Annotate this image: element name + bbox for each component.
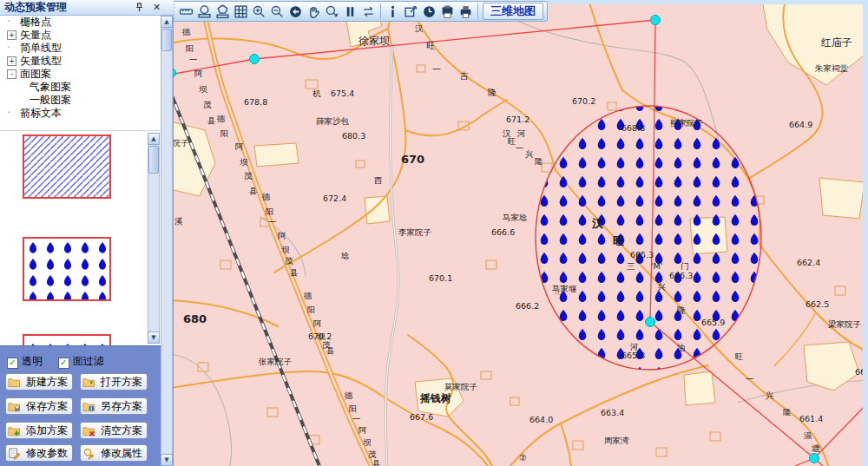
map-label: 莫家院子 [444,382,477,391]
map-label: 664.9 [789,120,812,129]
pan-hand-icon[interactable] [305,3,323,20]
map-label: 672.4 [323,194,346,203]
clear-plan-button[interactable]: 清空方案 [80,422,148,439]
previous-view-icon[interactable] [286,3,305,20]
map-label: 一 [432,64,441,74]
map-label: 一 [352,414,361,423]
face-filter-checkbox[interactable]: ✓ [58,358,69,369]
plan-management-panel: 动态预案管理 ✕ ·栅格点 +矢量点 ·简单线型 +矢量线型 -面图案 气象图案… [0,0,174,466]
measure-distance-icon[interactable] [177,3,195,20]
map-label: 680.3 [342,131,365,141]
map-label: 油 [677,343,686,352]
map-label: 县 [326,345,335,355]
export-icon[interactable] [402,3,420,20]
map-label: 马家堰 [552,284,577,293]
zoom-select-icon[interactable] [323,3,341,20]
add-plan-button[interactable]: 添加方案 [5,422,73,439]
map-label: 塘 [811,443,820,453]
new-plan-button[interactable]: 新建方案 [5,373,73,391]
zoom-out-icon[interactable] [268,3,286,20]
save-plan-button[interactable]: 保存方案 [5,397,73,415]
application-window: 德阳一阿坝茂县德阳阿坝茂县德阳一阿坝茂县德阳阿坝茂县德阳一阿坝茂县旺一吉隆汉徐家… [0,0,868,466]
map-label: 汉 [591,217,604,230]
tree-item-area-pattern[interactable]: -面图案 [0,68,161,81]
map-vertex-node[interactable] [250,55,260,64]
scroll-down-icon[interactable]: ▼ [161,454,173,466]
panel-scrollbar[interactable] [161,16,173,466]
tree-item-vector-line[interactable]: +矢量线型 [0,55,161,68]
map-label: 一 [189,55,198,64]
map-label: 熊家院子 [670,118,703,128]
map-label: 665.3 [630,250,654,259]
map-label: 678.8 [244,97,267,107]
map-label: 阿 [194,69,203,78]
map-label: 张家院子 [259,357,292,366]
map-label: 667.6 [410,412,433,422]
tree-item-weather-pattern[interactable]: 气象图案 [0,81,161,94]
tree-item-general-pattern[interactable]: 一般图案 [0,94,161,107]
print-preview-icon[interactable] [438,3,457,20]
expander-icon[interactable]: + [7,30,16,40]
modify-props-button[interactable]: 修改属性 [80,444,148,462]
zoom-in-icon[interactable] [250,3,268,20]
close-icon[interactable]: ✕ [150,1,163,14]
map-label: 梁家院子 [828,319,861,329]
swap-refresh-icon[interactable] [359,3,378,20]
pattern-swatch-hatch[interactable] [23,135,111,199]
grid-icon[interactable] [232,3,250,20]
map-label: 666.3 [669,271,693,280]
expander-icon[interactable]: - [7,69,16,79]
modify-params-button[interactable]: 修改参数 [5,444,73,462]
map-label: 县 [248,186,258,195]
tree-item-arrow-text[interactable]: ·箭标文本 [0,107,161,120]
map-label: 一 [746,374,754,384]
pattern-swatch-list: ▲ ▼ [0,130,161,345]
scroll-thumb[interactable] [148,146,159,174]
map-label: 德 [216,114,226,123]
map-label: 旺 [735,351,744,361]
pattern-swatch-partial[interactable] [23,334,111,346]
tree-item-vector-point[interactable]: +矢量点 [0,29,161,42]
map-label: 坝 [199,84,207,94]
map-right-border [863,0,868,466]
measure-polygon-icon[interactable] [214,3,232,20]
map-label: 红庙子 [820,36,852,49]
pushpin-icon[interactable] [134,2,146,14]
map-3d-button[interactable]: 三维地图 [483,3,543,20]
open-plan-button[interactable]: 打开方案 [80,373,148,391]
scroll-down-icon[interactable]: ▼ [148,331,160,344]
map-vertex-node[interactable] [646,318,655,327]
toolbar-separator [380,3,381,19]
expander-icon[interactable]: + [7,56,16,66]
map-label: 兴 [525,149,534,159]
history-clock-icon[interactable] [420,3,438,20]
print-icon[interactable] [457,3,475,20]
tree-item-simple-line[interactable]: ·简单线型 [0,42,161,55]
map-label: 旺 [426,41,435,50]
tree-item-grid-point[interactable]: ·栅格点 [0,16,161,29]
layer-tree: ·栅格点 +矢量点 ·简单线型 +矢量线型 -面图案 气象图案 一般图案 ·箭标… [0,16,161,130]
scroll-up-icon[interactable]: ▲ [148,133,160,145]
map-label: 坝 [240,157,248,167]
map-vertex-node[interactable] [651,16,661,25]
transparent-checkbox[interactable]: ✓ [7,358,18,369]
map-label: 阿 [358,425,367,435]
map-label: 马家埝 [503,213,528,222]
scroll-up-icon[interactable]: ▲ [161,16,173,28]
map-label: 西 [374,175,383,185]
map-label: 县 [372,458,381,466]
map-label: 隆 [677,305,686,315]
identify-info-icon[interactable] [384,3,402,20]
map-label: 徐家坝 [358,35,390,47]
map-label: 阳 [349,404,358,413]
plan-area-circle[interactable] [536,106,761,370]
map-label: 670.2 [308,331,332,341]
scroll-thumb[interactable] [161,29,172,51]
save-as-plan-button[interactable]: 另存方案 [80,397,148,415]
map-label: 县 [207,115,216,125]
pause-icon[interactable] [341,3,359,20]
map-label: 661.4 [799,414,823,423]
measure-circle-icon[interactable] [195,3,214,20]
map-vertex-node[interactable] [810,454,819,463]
pattern-swatch-raindrop[interactable] [23,237,111,301]
